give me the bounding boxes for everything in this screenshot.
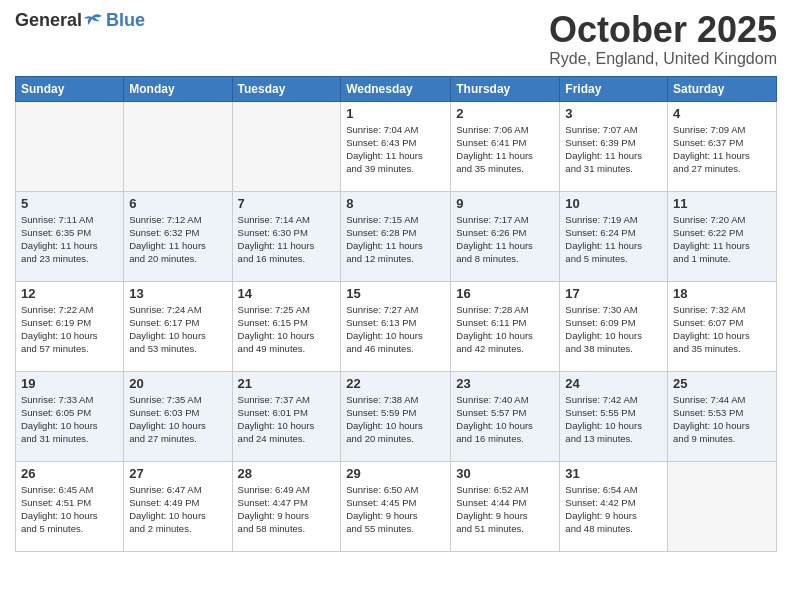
table-row: 7Sunrise: 7:14 AM Sunset: 6:30 PM Daylig… xyxy=(232,191,341,281)
table-row: 1Sunrise: 7:04 AM Sunset: 6:43 PM Daylig… xyxy=(341,101,451,191)
day-number: 8 xyxy=(346,196,445,211)
calendar-week-row: 26Sunrise: 6:45 AM Sunset: 4:51 PM Dayli… xyxy=(16,461,777,551)
table-row xyxy=(232,101,341,191)
day-number: 28 xyxy=(238,466,336,481)
day-number: 5 xyxy=(21,196,118,211)
page-container: General Blue October 2025 Ryde, England,… xyxy=(0,0,792,612)
table-row xyxy=(16,101,124,191)
day-number: 18 xyxy=(673,286,771,301)
table-row: 28Sunrise: 6:49 AM Sunset: 4:47 PM Dayli… xyxy=(232,461,341,551)
day-number: 22 xyxy=(346,376,445,391)
day-number: 14 xyxy=(238,286,336,301)
month-title: October 2025 xyxy=(549,10,777,50)
day-number: 12 xyxy=(21,286,118,301)
day-number: 23 xyxy=(456,376,554,391)
table-row: 26Sunrise: 6:45 AM Sunset: 4:51 PM Dayli… xyxy=(16,461,124,551)
day-number: 29 xyxy=(346,466,445,481)
location: Ryde, England, United Kingdom xyxy=(549,50,777,68)
day-info: Sunrise: 7:14 AM Sunset: 6:30 PM Dayligh… xyxy=(238,213,336,266)
day-info: Sunrise: 7:24 AM Sunset: 6:17 PM Dayligh… xyxy=(129,303,226,356)
day-info: Sunrise: 6:45 AM Sunset: 4:51 PM Dayligh… xyxy=(21,483,118,536)
day-info: Sunrise: 7:40 AM Sunset: 5:57 PM Dayligh… xyxy=(456,393,554,446)
header-thursday: Thursday xyxy=(451,76,560,101)
calendar-week-row: 5Sunrise: 7:11 AM Sunset: 6:35 PM Daylig… xyxy=(16,191,777,281)
table-row: 24Sunrise: 7:42 AM Sunset: 5:55 PM Dayli… xyxy=(560,371,668,461)
table-row: 3Sunrise: 7:07 AM Sunset: 6:39 PM Daylig… xyxy=(560,101,668,191)
day-info: Sunrise: 7:32 AM Sunset: 6:07 PM Dayligh… xyxy=(673,303,771,356)
table-row: 27Sunrise: 6:47 AM Sunset: 4:49 PM Dayli… xyxy=(124,461,232,551)
table-row: 4Sunrise: 7:09 AM Sunset: 6:37 PM Daylig… xyxy=(668,101,777,191)
calendar-week-row: 12Sunrise: 7:22 AM Sunset: 6:19 PM Dayli… xyxy=(16,281,777,371)
day-info: Sunrise: 6:54 AM Sunset: 4:42 PM Dayligh… xyxy=(565,483,662,536)
logo-text: General Blue xyxy=(15,10,145,31)
day-number: 20 xyxy=(129,376,226,391)
logo-blue: Blue xyxy=(106,10,145,31)
table-row: 8Sunrise: 7:15 AM Sunset: 6:28 PM Daylig… xyxy=(341,191,451,281)
logo-general: General xyxy=(15,10,82,31)
table-row: 22Sunrise: 7:38 AM Sunset: 5:59 PM Dayli… xyxy=(341,371,451,461)
day-info: Sunrise: 7:09 AM Sunset: 6:37 PM Dayligh… xyxy=(673,123,771,176)
day-number: 17 xyxy=(565,286,662,301)
header-friday: Friday xyxy=(560,76,668,101)
day-info: Sunrise: 7:44 AM Sunset: 5:53 PM Dayligh… xyxy=(673,393,771,446)
table-row: 29Sunrise: 6:50 AM Sunset: 4:45 PM Dayli… xyxy=(341,461,451,551)
day-number: 16 xyxy=(456,286,554,301)
day-info: Sunrise: 6:47 AM Sunset: 4:49 PM Dayligh… xyxy=(129,483,226,536)
day-info: Sunrise: 7:33 AM Sunset: 6:05 PM Dayligh… xyxy=(21,393,118,446)
day-info: Sunrise: 7:25 AM Sunset: 6:15 PM Dayligh… xyxy=(238,303,336,356)
header-monday: Monday xyxy=(124,76,232,101)
day-info: Sunrise: 6:52 AM Sunset: 4:44 PM Dayligh… xyxy=(456,483,554,536)
logo: General Blue xyxy=(15,10,145,31)
table-row: 12Sunrise: 7:22 AM Sunset: 6:19 PM Dayli… xyxy=(16,281,124,371)
day-number: 13 xyxy=(129,286,226,301)
day-number: 24 xyxy=(565,376,662,391)
table-row: 5Sunrise: 7:11 AM Sunset: 6:35 PM Daylig… xyxy=(16,191,124,281)
table-row: 11Sunrise: 7:20 AM Sunset: 6:22 PM Dayli… xyxy=(668,191,777,281)
table-row: 9Sunrise: 7:17 AM Sunset: 6:26 PM Daylig… xyxy=(451,191,560,281)
table-row: 10Sunrise: 7:19 AM Sunset: 6:24 PM Dayli… xyxy=(560,191,668,281)
day-number: 21 xyxy=(238,376,336,391)
calendar-header-row: Sunday Monday Tuesday Wednesday Thursday… xyxy=(16,76,777,101)
title-block: October 2025 Ryde, England, United Kingd… xyxy=(549,10,777,68)
day-info: Sunrise: 7:30 AM Sunset: 6:09 PM Dayligh… xyxy=(565,303,662,356)
day-number: 3 xyxy=(565,106,662,121)
table-row xyxy=(668,461,777,551)
table-row: 25Sunrise: 7:44 AM Sunset: 5:53 PM Dayli… xyxy=(668,371,777,461)
table-row: 14Sunrise: 7:25 AM Sunset: 6:15 PM Dayli… xyxy=(232,281,341,371)
day-number: 4 xyxy=(673,106,771,121)
day-number: 7 xyxy=(238,196,336,211)
day-info: Sunrise: 7:15 AM Sunset: 6:28 PM Dayligh… xyxy=(346,213,445,266)
day-number: 2 xyxy=(456,106,554,121)
day-info: Sunrise: 6:49 AM Sunset: 4:47 PM Dayligh… xyxy=(238,483,336,536)
day-number: 30 xyxy=(456,466,554,481)
header-sunday: Sunday xyxy=(16,76,124,101)
day-number: 25 xyxy=(673,376,771,391)
day-info: Sunrise: 7:35 AM Sunset: 6:03 PM Dayligh… xyxy=(129,393,226,446)
calendar-table: Sunday Monday Tuesday Wednesday Thursday… xyxy=(15,76,777,552)
day-info: Sunrise: 7:04 AM Sunset: 6:43 PM Dayligh… xyxy=(346,123,445,176)
day-info: Sunrise: 7:22 AM Sunset: 6:19 PM Dayligh… xyxy=(21,303,118,356)
day-info: Sunrise: 7:42 AM Sunset: 5:55 PM Dayligh… xyxy=(565,393,662,446)
day-number: 27 xyxy=(129,466,226,481)
table-row: 15Sunrise: 7:27 AM Sunset: 6:13 PM Dayli… xyxy=(341,281,451,371)
day-info: Sunrise: 7:19 AM Sunset: 6:24 PM Dayligh… xyxy=(565,213,662,266)
table-row: 19Sunrise: 7:33 AM Sunset: 6:05 PM Dayli… xyxy=(16,371,124,461)
day-number: 11 xyxy=(673,196,771,211)
day-number: 10 xyxy=(565,196,662,211)
table-row: 17Sunrise: 7:30 AM Sunset: 6:09 PM Dayli… xyxy=(560,281,668,371)
header-tuesday: Tuesday xyxy=(232,76,341,101)
day-info: Sunrise: 7:17 AM Sunset: 6:26 PM Dayligh… xyxy=(456,213,554,266)
table-row: 2Sunrise: 7:06 AM Sunset: 6:41 PM Daylig… xyxy=(451,101,560,191)
table-row: 20Sunrise: 7:35 AM Sunset: 6:03 PM Dayli… xyxy=(124,371,232,461)
table-row: 30Sunrise: 6:52 AM Sunset: 4:44 PM Dayli… xyxy=(451,461,560,551)
day-number: 31 xyxy=(565,466,662,481)
day-number: 6 xyxy=(129,196,226,211)
day-info: Sunrise: 6:50 AM Sunset: 4:45 PM Dayligh… xyxy=(346,483,445,536)
table-row: 16Sunrise: 7:28 AM Sunset: 6:11 PM Dayli… xyxy=(451,281,560,371)
day-number: 15 xyxy=(346,286,445,301)
table-row: 13Sunrise: 7:24 AM Sunset: 6:17 PM Dayli… xyxy=(124,281,232,371)
day-number: 9 xyxy=(456,196,554,211)
table-row: 6Sunrise: 7:12 AM Sunset: 6:32 PM Daylig… xyxy=(124,191,232,281)
day-number: 26 xyxy=(21,466,118,481)
day-info: Sunrise: 7:06 AM Sunset: 6:41 PM Dayligh… xyxy=(456,123,554,176)
